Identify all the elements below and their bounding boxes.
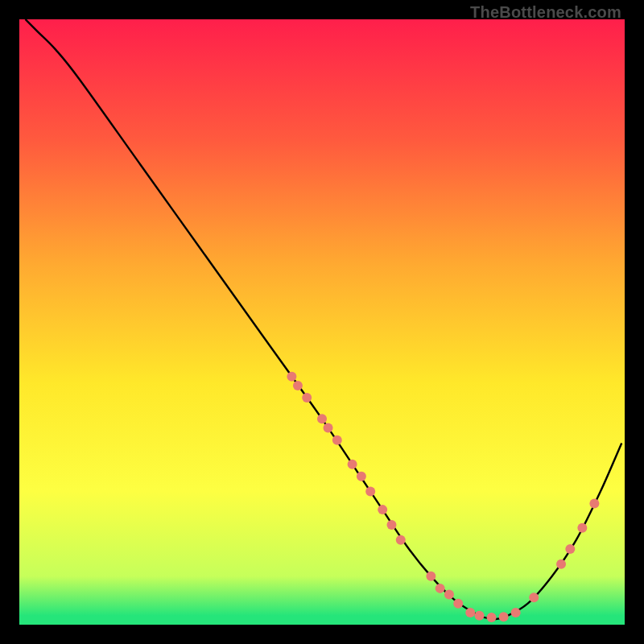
curve-marker (302, 393, 312, 402)
curve-marker (589, 499, 599, 509)
chart-frame (19, 19, 625, 625)
bottleneck-chart (19, 19, 625, 625)
curve-marker (365, 487, 375, 497)
curve-marker (577, 523, 587, 533)
curve-marker (444, 589, 454, 599)
curve-marker (357, 472, 366, 481)
curve-marker (378, 505, 387, 514)
curve-marker (293, 381, 303, 390)
curve-marker (348, 460, 357, 469)
curve-marker (453, 599, 463, 609)
curve-marker (386, 520, 396, 530)
curve-marker (565, 544, 575, 554)
curve-marker (426, 572, 436, 581)
curve-marker (317, 414, 327, 423)
curve-marker (332, 436, 342, 445)
chart-background (19, 19, 625, 625)
curve-marker (556, 559, 566, 569)
curve-marker (499, 612, 509, 621)
curve-marker (475, 611, 485, 621)
curve-marker (436, 584, 445, 593)
curve-marker (529, 592, 539, 602)
curve-marker (487, 613, 497, 622)
curve-marker (465, 608, 475, 617)
curve-marker (324, 423, 333, 433)
curve-marker (396, 535, 406, 545)
curve-marker (511, 608, 521, 617)
curve-marker (287, 372, 296, 382)
attribution-text: TheBottleneck.com (470, 3, 621, 22)
